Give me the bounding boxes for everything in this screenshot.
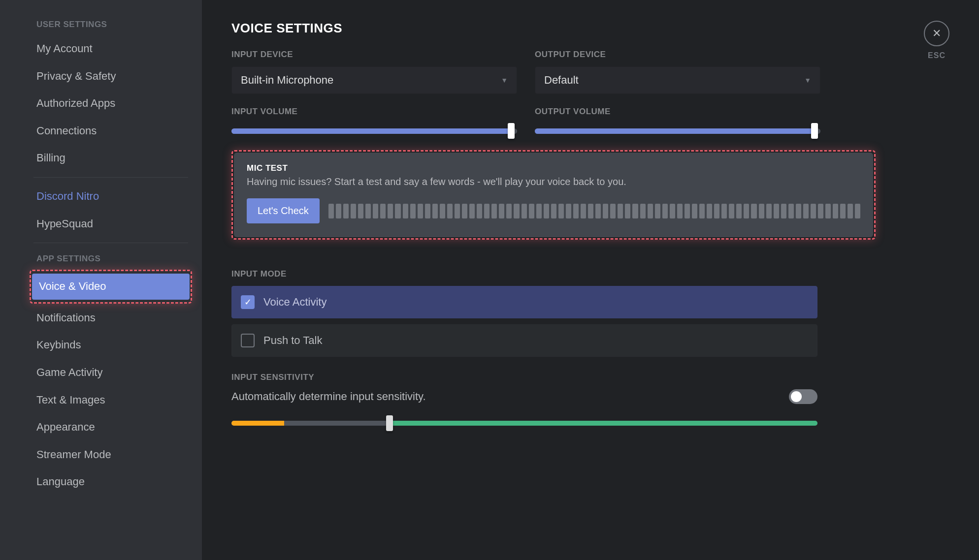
auto-sensitivity-text: Automatically determine input sensitivit… [231, 390, 426, 403]
output-device-label: OUTPUT DEVICE [535, 50, 820, 60]
vu-bar [477, 204, 482, 218]
input-mode-option-label: Voice Activity [263, 296, 326, 309]
sidebar-item-privacy[interactable]: Privacy & Safety [30, 63, 192, 90]
output-device-value: Default [544, 74, 579, 87]
output-volume-label: OUTPUT VOLUME [535, 107, 820, 117]
vu-bar [418, 204, 423, 218]
mic-test-description: Having mic issues? Start a test and say … [247, 176, 860, 187]
input-volume-slider[interactable] [231, 124, 517, 138]
vu-bar [781, 204, 786, 218]
vu-bar [840, 204, 846, 218]
sidebar-separator [33, 177, 188, 178]
checkbox-icon: ✓ [241, 334, 255, 347]
sensitivity-section: INPUT SENSITIVITY Automatically determin… [231, 373, 817, 431]
sidebar-separator [33, 243, 188, 243]
vu-bar [410, 204, 416, 218]
close-button[interactable]: ✕ [924, 21, 949, 46]
input-mode-option[interactable]: ✓Push to Talk [231, 324, 817, 357]
vu-bar [558, 204, 564, 218]
vu-bar [551, 204, 556, 218]
vu-bar [632, 204, 638, 218]
vu-bar [447, 204, 453, 218]
vu-bar [699, 204, 705, 218]
vu-bar [648, 204, 653, 218]
vu-bar [685, 204, 690, 218]
vu-bar [469, 204, 475, 218]
mic-test-panel: MIC TEST Having mic issues? Start a test… [234, 153, 873, 237]
vu-bar [744, 204, 749, 218]
sidebar-item-my-account[interactable]: My Account [30, 36, 192, 62]
input-device-select[interactable]: Built-in Microphone ▼ [231, 66, 517, 94]
mic-test-button[interactable]: Let's Check [247, 198, 320, 223]
close-icon: ✕ [932, 27, 941, 40]
sidebar-item-authorized-apps[interactable]: Authorized Apps [30, 91, 192, 117]
sidebar-item-notifications[interactable]: Notifications [30, 305, 192, 331]
vu-bar [455, 204, 460, 218]
vu-bar [736, 204, 742, 218]
vu-bar [388, 204, 393, 218]
vu-bar [714, 204, 719, 218]
input-column: INPUT DEVICE Built-in Microphone ▼ INPUT… [231, 50, 517, 138]
mic-test-title: MIC TEST [247, 163, 860, 173]
vu-bar [403, 204, 408, 218]
vu-bar [803, 204, 809, 218]
vu-bar [692, 204, 697, 218]
close-area: ✕ ESC [924, 21, 949, 60]
sidebar-item-streamer-mode[interactable]: Streamer Mode [30, 442, 192, 468]
input-device-value: Built-in Microphone [241, 74, 333, 87]
input-mode-option-label: Push to Talk [263, 334, 322, 347]
vu-bar [506, 204, 512, 218]
highlight-annotation: Voice & Video [30, 270, 192, 304]
sidebar-item-language[interactable]: Language [30, 469, 192, 495]
vu-bar [640, 204, 646, 218]
vu-bar [566, 204, 571, 218]
vu-bar [788, 204, 794, 218]
vu-bar [328, 204, 334, 218]
sidebar-header-user: USER SETTINGS [30, 15, 192, 34]
vu-bar [373, 204, 378, 218]
close-esc-label: ESC [924, 51, 949, 60]
sidebar-item-hypesquad[interactable]: HypeSquad [30, 211, 192, 237]
vu-bar [529, 204, 534, 218]
settings-content: ✕ ESC VOICE SETTINGS INPUT DEVICE Built-… [202, 0, 979, 560]
vu-bar [729, 204, 734, 218]
input-volume-label: INPUT VOLUME [231, 107, 517, 117]
vu-bar [751, 204, 756, 218]
vu-bar [581, 204, 586, 218]
sidebar-item-appearance[interactable]: Appearance [30, 414, 192, 440]
vu-bar [796, 204, 801, 218]
sidebar-item-connections[interactable]: Connections [30, 118, 192, 144]
vu-bar [358, 204, 363, 218]
vu-bar [336, 204, 341, 218]
vu-bar [610, 204, 616, 218]
vu-bar [595, 204, 601, 218]
vu-bar [432, 204, 438, 218]
vu-bar [440, 204, 445, 218]
sidebar-item-game-activity[interactable]: Game Activity [30, 360, 192, 386]
vu-bar [759, 204, 764, 218]
vu-bar [343, 204, 349, 218]
vu-bar [573, 204, 579, 218]
vu-bar [825, 204, 831, 218]
vu-bar [380, 204, 386, 218]
input-mode-option[interactable]: ✓Voice Activity [231, 286, 817, 318]
sidebar-item-nitro[interactable]: Discord Nitro [30, 184, 192, 210]
vu-bar [707, 204, 712, 218]
output-device-select[interactable]: Default ▼ [535, 66, 820, 94]
highlight-annotation: MIC TEST Having mic issues? Start a test… [231, 150, 876, 240]
vu-bar [670, 204, 675, 218]
vu-bar [351, 204, 356, 218]
sidebar-item-voice-video[interactable]: Voice & Video [32, 274, 190, 300]
vu-bar [462, 204, 467, 218]
vu-bar [811, 204, 816, 218]
auto-sensitivity-toggle[interactable] [789, 389, 817, 404]
sidebar-item-keybinds[interactable]: Keybinds [30, 332, 192, 358]
sensitivity-slider[interactable] [231, 416, 817, 431]
vu-bar [603, 204, 608, 218]
vu-bar [514, 204, 519, 218]
vu-bar [818, 204, 823, 218]
output-volume-slider[interactable] [535, 124, 820, 138]
vu-bar [625, 204, 630, 218]
sidebar-item-billing[interactable]: Billing [30, 145, 192, 171]
sidebar-item-text-images[interactable]: Text & Images [30, 387, 192, 413]
